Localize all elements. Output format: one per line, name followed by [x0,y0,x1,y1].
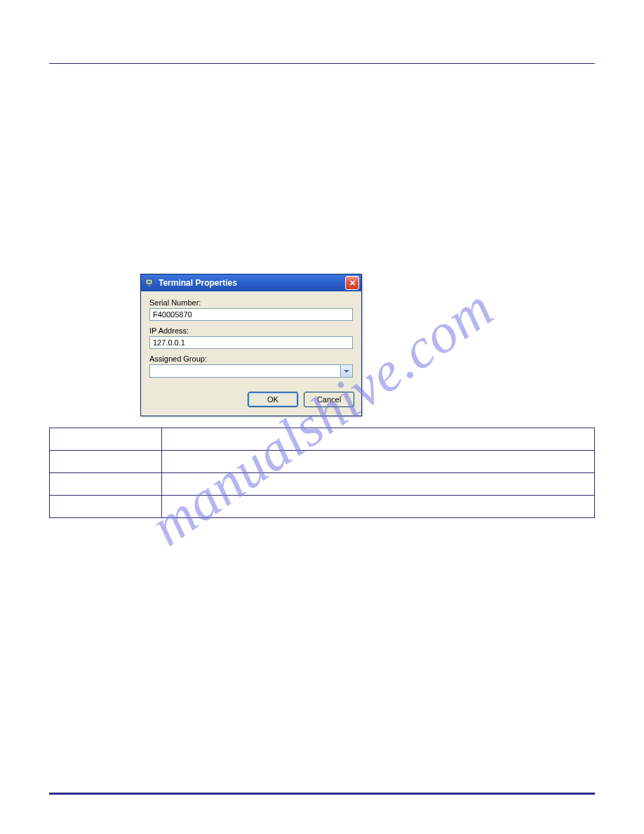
text: The [347,190,367,201]
terminal-icon [145,278,155,288]
cell-desc: The IP address of the terminal being add… [162,473,595,496]
text: dialog appears. [452,190,522,201]
cell-field: Serial Number [50,451,162,473]
close-button[interactable]: ✕ [345,276,359,290]
table-row: Serial Number The unique serial number o… [50,451,595,473]
ui-ref: OK [406,215,421,226]
cell-field: IP Address [50,473,162,496]
page-header: MC9090-G RFID Integrator Guide Supplemen… [49,42,595,58]
close-icon: ✕ [349,279,356,287]
header-rule [49,63,595,64]
figure-caption: Figure 5-13 Terminal Properties Dialog [49,256,595,267]
table-row: IP Address The IP address of the termina… [50,473,595,496]
ui-ref: Terminals [219,190,261,201]
chevron-down-icon [340,365,352,377]
fields-table: Field Description Serial Number The uniq… [49,428,595,518]
intro-paragraph: New terminals can be added to the system… [49,111,595,155]
text: To add a new terminal manually, in the [49,190,216,201]
column-header-description: Description [162,428,595,451]
ui-ref: Terminal Properties [446,215,531,226]
terminal-properties-dialog: Terminal Properties ✕ Serial Number: IP … [140,274,362,416]
svg-rect-2 [148,285,150,286]
dialog-title: Terminal Properties [159,278,345,288]
footer-rule [49,793,595,795]
table-row: Assigned Group An optional name of a gro… [50,496,595,518]
serial-number-label: Serial Number: [149,298,353,307]
cancel-button[interactable]: Cancel [304,392,354,407]
ip-address-input[interactable] [149,336,353,349]
cell-desc: An optional name of a group to which thi… [162,496,595,518]
ui-ref: Terminal Properties [367,190,452,201]
ip-address-label: IP Address: [149,326,353,335]
ok-button[interactable]: OK [248,392,298,407]
text: panel, click [264,190,312,201]
paragraph-1: To add a new terminal manually, in the T… [49,189,595,204]
footer [49,793,595,799]
ui-ref: New... [315,190,342,201]
text: . The [421,215,446,226]
serial-number-input[interactable] [149,308,353,321]
assigned-group-select[interactable] [149,364,353,378]
dialog-body: Serial Number: IP Address: Assigned Grou… [141,291,361,388]
section-heading: Adding New Terminals to the System [49,85,595,100]
cell-field: Assigned Group [50,496,162,518]
text: Enter the new terminal's serial number, … [49,215,406,226]
table-header-row: Field Description [50,428,595,451]
column-header-field: Field [50,428,162,451]
paragraph-2: Enter the new terminal's serial number, … [49,213,595,243]
subheading: Adding a New Terminal Manually [49,165,595,178]
svg-rect-1 [147,281,151,283]
dialog-titlebar[interactable]: Terminal Properties ✕ [141,274,361,291]
cell-desc: The unique serial number of the terminal… [162,451,595,473]
assigned-group-label: Assigned Group: [149,355,353,363]
